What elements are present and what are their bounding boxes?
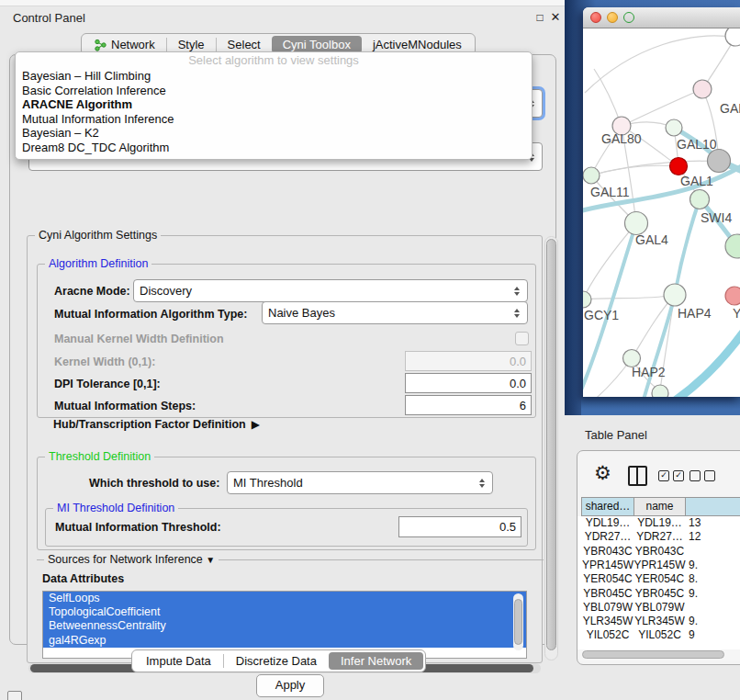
- table-cell[interactable]: YDL19…: [633, 516, 686, 530]
- mi-steps-field[interactable]: [405, 395, 532, 415]
- attribute-item[interactable]: SelfLoops: [43, 592, 526, 605]
- node-gal4[interactable]: [625, 212, 648, 235]
- tab-network-label: Network: [111, 38, 155, 51]
- table-row[interactable]: YIL052CYIL052C9: [577, 628, 740, 642]
- attribute-item[interactable]: TopologicalCoefficient: [43, 605, 526, 619]
- table-row[interactable]: YBR043CYBR043C: [577, 545, 740, 559]
- table-row[interactable]: YER054CYER054C8.: [577, 572, 740, 586]
- table-cell[interactable]: 9: [685, 628, 740, 642]
- mac-minimize-icon[interactable]: [607, 12, 618, 23]
- threshold-definition-group: Threshold Definition Which threshold to …: [37, 457, 536, 550]
- table-cell[interactable]: 9.: [685, 615, 740, 628]
- settings-vertical-scrollbar[interactable]: [544, 236, 558, 660]
- mi-threshold-field[interactable]: [398, 516, 521, 537]
- mi-type-combo[interactable]: Naive Bayes: [262, 301, 528, 324]
- node-swi4[interactable]: [690, 190, 710, 209]
- node-right-green[interactable]: [725, 234, 740, 258]
- node-label: GCY1: [584, 308, 619, 322]
- scrollbar-thumb[interactable]: [582, 650, 724, 659]
- kernel-width-field[interactable]: [405, 351, 532, 371]
- node-bottom[interactable]: [652, 385, 668, 397]
- node-gal[interactable]: [693, 80, 712, 98]
- table-cell[interactable]: YER054C: [633, 572, 686, 586]
- table-row[interactable]: YLR345WYLR345W9.: [577, 615, 740, 628]
- table-row[interactable]: YPR145WYPR145W9.: [577, 559, 740, 572]
- attribute-item[interactable]: BetweennessCentrality: [43, 619, 526, 633]
- table-row[interactable]: YBR045CYBR045C9.: [577, 587, 740, 601]
- table-cell[interactable]: YBR043C: [633, 545, 686, 559]
- column-header-partial[interactable]: [685, 497, 740, 516]
- network-graph[interactable]: GAL GAL80 GAL10 GAL1 GAL11 SWI4 GAL4 GCY…: [583, 28, 740, 397]
- tab-impute-data[interactable]: Impute Data: [134, 652, 223, 670]
- tab-discretize-data[interactable]: Discretize Data: [224, 652, 329, 670]
- close-panel-icon[interactable]: ✕: [548, 10, 563, 25]
- node-salmon[interactable]: [725, 287, 740, 305]
- scrollbar-thumb[interactable]: [514, 599, 522, 645]
- attributes-scrollbar[interactable]: [513, 593, 523, 650]
- dropdown-item[interactable]: Dream8 DC_TDC Algorithm: [16, 141, 532, 155]
- table-cell[interactable]: YIL052C: [581, 628, 634, 642]
- network-window-titlebar[interactable]: [583, 7, 740, 28]
- table-cell[interactable]: 9.: [685, 559, 740, 572]
- dropdown-item[interactable]: Basic Correlation Inference: [16, 84, 532, 98]
- dropdown-item[interactable]: Bayesian – K2: [16, 126, 532, 141]
- node-hap4[interactable]: [664, 284, 686, 306]
- float-panel-icon[interactable]: □: [533, 10, 547, 25]
- dpi-tolerance-field[interactable]: [405, 373, 532, 393]
- node-label: GAL10: [677, 137, 717, 152]
- table-cell[interactable]: YBL079W: [581, 601, 634, 615]
- table-horizontal-scrollbar[interactable]: [579, 649, 740, 660]
- table-cell[interactable]: YER054C: [581, 572, 634, 586]
- dropdown-item[interactable]: Mutual Information Inference: [16, 112, 532, 127]
- dropdown-item-selected[interactable]: ARACNE Algorithm: [16, 97, 532, 112]
- sources-toggle[interactable]: Sources for Network Inference ▼: [44, 553, 219, 566]
- gear-icon[interactable]: ⚙: [594, 462, 611, 484]
- node-gcy1[interactable]: [583, 291, 591, 308]
- table-cell[interactable]: YPR145W: [633, 559, 686, 572]
- column-header-shared[interactable]: shared…: [581, 497, 634, 516]
- table-cell[interactable]: 13: [685, 516, 740, 530]
- table-row[interactable]: YBL079WYBL079W: [577, 601, 740, 615]
- mac-zoom-icon[interactable]: [623, 12, 634, 23]
- tab-infer-network[interactable]: Infer Network: [329, 652, 423, 670]
- column-header-name[interactable]: name: [633, 497, 686, 516]
- data-attributes-list[interactable]: SelfLoops TopologicalCoefficient Between…: [42, 591, 527, 659]
- table-cell[interactable]: 12: [685, 530, 740, 544]
- hub-definition-toggle[interactable]: Hub/Transcription Factor Definition▶: [53, 418, 260, 431]
- aracne-mode-combo[interactable]: Discovery: [133, 279, 528, 302]
- table-row[interactable]: YDR27…YDR27…12: [577, 530, 740, 544]
- network-canvas[interactable]: GAL GAL80 GAL10 GAL1 GAL11 SWI4 GAL4 GCY…: [583, 28, 740, 397]
- node-gal11[interactable]: [583, 167, 600, 184]
- columns-icon[interactable]: [628, 466, 647, 486]
- attribute-item[interactable]: gal4RGexp: [43, 634, 526, 648]
- table-cell[interactable]: YBL079W: [633, 601, 686, 615]
- dropdown-item[interactable]: Bayesian – Hill Climbing: [16, 69, 532, 84]
- table-cell[interactable]: YLR345W: [633, 615, 686, 628]
- select-all-icon[interactable]: ✓ ✓: [658, 470, 684, 481]
- manual-kernel-checkbox[interactable]: [515, 332, 529, 345]
- algorithm-dropdown-menu: Select algorithm to view settings Bayesi…: [15, 51, 533, 160]
- table-cell[interactable]: YDL19…: [581, 516, 634, 530]
- table-cell[interactable]: YBR045C: [581, 587, 634, 601]
- table-cell[interactable]: YIL052C: [633, 628, 686, 642]
- deselect-all-icon[interactable]: [690, 470, 715, 481]
- table-cell[interactable]: 8.: [685, 572, 740, 586]
- scrollbar-thumb[interactable]: [546, 239, 556, 650]
- table-cell[interactable]: YDR27…: [581, 530, 634, 544]
- table-cell[interactable]: YPR145W: [581, 559, 634, 572]
- table-row[interactable]: YDL19…YDL19…13: [577, 516, 740, 530]
- which-threshold-combo[interactable]: MI Threshold: [227, 471, 493, 494]
- apply-button[interactable]: Apply: [256, 674, 324, 697]
- node-partial[interactable]: [725, 28, 740, 46]
- node-gal10[interactable]: [666, 119, 682, 136]
- table-cell[interactable]: YDR27…: [633, 530, 686, 544]
- collapsed-panel-icon[interactable]: [7, 691, 22, 700]
- table-cell[interactable]: YLR345W: [581, 615, 634, 628]
- mac-close-icon[interactable]: [590, 12, 601, 23]
- node-gal1-selected[interactable]: [670, 158, 688, 175]
- tab-cyni-toolbox-label: Cyni Toolbox: [283, 38, 351, 51]
- table-cell[interactable]: YBR045C: [633, 587, 686, 601]
- table-cell[interactable]: 9.: [685, 587, 740, 601]
- table-cell[interactable]: YBR043C: [581, 545, 634, 559]
- node-gray[interactable]: [708, 150, 731, 173]
